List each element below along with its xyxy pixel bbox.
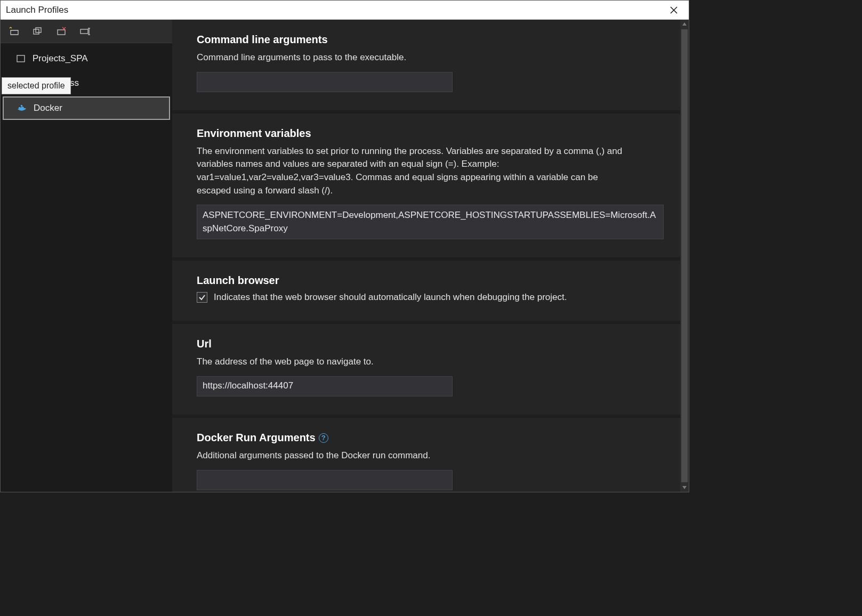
section-title: Url bbox=[197, 338, 664, 350]
close-button[interactable] bbox=[664, 2, 683, 18]
titlebar: Launch Profiles bbox=[1, 1, 689, 20]
sidebar-toolbar bbox=[1, 20, 172, 43]
close-icon bbox=[670, 6, 678, 14]
duplicate-icon bbox=[33, 27, 44, 36]
profile-label: Projects_SPA bbox=[33, 53, 88, 64]
rename-icon bbox=[79, 27, 91, 36]
section-description: The environment variables to set prior t… bbox=[197, 145, 634, 198]
profile-item-docker[interactable]: Docker bbox=[3, 96, 170, 120]
scroll-thumb[interactable] bbox=[681, 29, 688, 482]
project-icon bbox=[15, 53, 26, 64]
help-icon[interactable]: ? bbox=[319, 433, 328, 443]
docker-run-arguments-input[interactable] bbox=[197, 470, 453, 490]
new-profile-icon bbox=[9, 27, 21, 36]
delete-profile-button[interactable] bbox=[55, 26, 69, 37]
svg-rect-7 bbox=[80, 29, 88, 34]
section-title: Docker Run Arguments ? bbox=[197, 432, 664, 444]
tooltip-selected-profile: selected profile bbox=[2, 77, 71, 94]
profile-label: Docker bbox=[34, 103, 62, 114]
svg-rect-2 bbox=[34, 29, 39, 34]
svg-rect-4 bbox=[58, 30, 65, 35]
launch-browser-checkbox-row: Indicates that the web browser should au… bbox=[197, 292, 664, 303]
chevron-down-icon bbox=[682, 485, 687, 490]
scroll-up-button[interactable] bbox=[680, 20, 689, 28]
new-profile-button[interactable] bbox=[8, 26, 22, 37]
svg-rect-3 bbox=[36, 28, 41, 33]
section-description: Additional arguments passed to the Docke… bbox=[197, 449, 634, 463]
section-command-line-arguments: Command line arguments Command line argu… bbox=[172, 20, 689, 114]
content-panel: Command line arguments Command line argu… bbox=[172, 20, 689, 492]
section-title-text: Docker Run Arguments bbox=[197, 432, 316, 444]
scroll-down-button[interactable] bbox=[680, 483, 689, 492]
section-description: The address of the web page to navigate … bbox=[197, 355, 634, 369]
profile-item-projects-spa[interactable]: Projects_SPA bbox=[1, 46, 172, 71]
sidebar: selected profile Projects_SPA IIS Expres… bbox=[1, 20, 172, 492]
launch-browser-checkbox[interactable] bbox=[197, 292, 207, 303]
section-title: Environment variables bbox=[197, 127, 664, 140]
url-input[interactable]: https://localhost:44407 bbox=[197, 376, 453, 396]
svg-marker-19 bbox=[682, 486, 687, 489]
section-description: Command line arguments to pass to the ex… bbox=[197, 51, 634, 64]
section-title: Launch browser bbox=[197, 274, 664, 287]
section-docker-run-arguments: Docker Run Arguments ? Additional argume… bbox=[172, 418, 689, 492]
vertical-scrollbar[interactable] bbox=[680, 20, 689, 492]
section-launch-browser: Launch browser Indicates that the web br… bbox=[172, 261, 689, 324]
delete-icon bbox=[56, 27, 68, 36]
svg-rect-11 bbox=[17, 55, 25, 62]
profile-list: selected profile Projects_SPA IIS Expres… bbox=[1, 43, 172, 124]
rename-profile-button[interactable] bbox=[78, 26, 92, 37]
duplicate-profile-button[interactable] bbox=[31, 26, 45, 37]
section-environment-variables: Environment variables The environment va… bbox=[172, 114, 689, 261]
section-title: Command line arguments bbox=[197, 34, 664, 46]
checkbox-label: Indicates that the web browser should au… bbox=[214, 292, 567, 303]
command-line-arguments-input[interactable] bbox=[197, 72, 453, 92]
svg-marker-18 bbox=[682, 22, 687, 26]
environment-variables-input[interactable]: ASPNETCORE_ENVIRONMENT=Development,ASPNE… bbox=[197, 205, 664, 239]
checkmark-icon bbox=[198, 294, 206, 301]
section-url: Url The address of the web page to navig… bbox=[172, 324, 689, 418]
window-title: Launch Profiles bbox=[6, 5, 68, 15]
launch-profiles-dialog: Launch Profiles selected bbox=[0, 0, 689, 492]
chevron-up-icon bbox=[682, 21, 687, 27]
docker-icon bbox=[17, 103, 27, 114]
svg-rect-17 bbox=[21, 105, 22, 107]
